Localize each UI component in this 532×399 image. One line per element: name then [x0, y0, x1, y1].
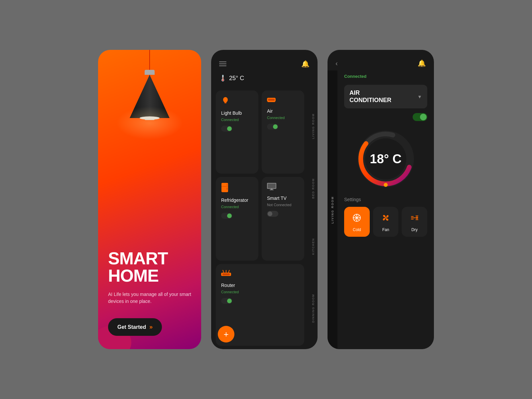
room-kitchen[interactable]: KITCHEN	[312, 238, 315, 255]
mode-buttons: Cold Fan	[344, 207, 427, 237]
smart-tv-status: Not Connected	[267, 203, 299, 207]
smart-tv-icon	[267, 183, 299, 192]
air-conditioner-icon	[267, 96, 299, 105]
svg-point-28	[356, 214, 357, 215]
notification-bell-icon-2[interactable]: 🔔	[418, 59, 426, 67]
dry-label: Dry	[411, 227, 418, 232]
svg-rect-18	[222, 273, 230, 275]
svg-rect-7	[268, 99, 275, 101]
svg-rect-12	[227, 188, 227, 190]
room-bed[interactable]: BED ROOM	[312, 178, 315, 199]
device-selector[interactable]: AIR CONDITIONER ▼	[344, 85, 427, 108]
smart-tv-name: Smart TV	[267, 196, 299, 201]
settings-label: Settings	[344, 197, 427, 202]
svg-rect-5	[224, 103, 226, 103]
svg-rect-8	[268, 101, 275, 102]
get-started-button[interactable]: Get Started »	[108, 318, 162, 336]
svg-rect-11	[227, 184, 227, 186]
light-bulb-toggle[interactable]	[221, 126, 253, 132]
temperature-value: 25° C	[229, 75, 244, 82]
temperature-display: 18° C	[370, 152, 401, 166]
notification-bell-icon[interactable]: 🔔	[301, 60, 310, 68]
cold-label: Cold	[353, 227, 361, 232]
router-name: Router	[221, 283, 299, 288]
power-toggle[interactable]	[413, 113, 427, 121]
temperature-display: 🌡️ 25° C	[211, 74, 318, 87]
svg-point-29	[356, 220, 357, 221]
dry-icon	[410, 213, 419, 224]
air-name: Air	[267, 108, 299, 114]
dry-mode-button[interactable]: Dry	[402, 207, 427, 237]
room-living[interactable]: LIVING ROOM	[312, 113, 315, 139]
phone3-header: ‹ 🔔	[328, 50, 434, 70]
temperature-gauge: 18° C	[352, 126, 419, 192]
phone3-body: LIVING ROOM Connected AIR CONDITIONER ▼	[328, 70, 434, 349]
refrigerator-toggle[interactable]	[221, 213, 253, 219]
svg-line-19	[223, 270, 224, 273]
device-card-refrigerator[interactable]: Refridgerator Connected	[216, 177, 258, 261]
router-status: Connected	[221, 290, 299, 294]
svg-point-31	[359, 217, 360, 218]
smart-tv-toggle[interactable]	[267, 211, 299, 217]
power-toggle-row	[344, 113, 427, 121]
router-toggle[interactable]	[221, 298, 299, 304]
svg-line-21	[228, 270, 229, 273]
refrigerator-name: Refridgerator	[221, 198, 253, 203]
air-toggle[interactable]	[267, 124, 299, 130]
ac-content: Connected AIR CONDITIONER ▼	[337, 70, 434, 349]
lamp-glow	[116, 106, 183, 140]
router-icon	[221, 270, 299, 279]
lamp-cap	[145, 70, 155, 75]
power-toggle-knob	[420, 114, 427, 120]
device-card-light-bulb[interactable]: Light Bulb Connected	[216, 90, 258, 174]
phone2-device-list: 🔔 🌡️ 25° C Light Bulb Connected	[211, 50, 318, 349]
phone3-ac-control: ‹ 🔔 LIVING ROOM Connected AIR CONDITIONE…	[328, 50, 434, 349]
phone1-welcome: SMART HOME AI Life lets you manage all o…	[98, 50, 201, 349]
thermometer-icon: 🌡️	[219, 74, 226, 82]
fan-label: Fan	[382, 227, 389, 232]
light-bulb-status: Connected	[221, 118, 253, 122]
light-bulb-name: Light Bulb	[221, 110, 253, 116]
svg-rect-10	[221, 186, 228, 187]
svg-point-32	[385, 217, 386, 218]
refrigerator-status: Connected	[221, 205, 253, 209]
ac-header-row: Connected	[344, 74, 427, 79]
devices-grid: Light Bulb Connected Air Connected	[211, 87, 309, 349]
room-sidebar-3: LIVING ROOM	[328, 70, 337, 349]
phone2-body: Light Bulb Connected Air Connected	[211, 87, 318, 349]
room-dining[interactable]: DINNING ROOM	[312, 294, 315, 323]
device-card-air[interactable]: Air Connected	[262, 90, 304, 174]
phone1-content: SMART HOME AI Life lets you manage all o…	[108, 250, 191, 336]
menu-icon[interactable]	[219, 62, 226, 66]
add-device-button[interactable]: +	[218, 326, 234, 342]
back-button[interactable]: ‹	[335, 60, 338, 67]
fan-icon	[381, 213, 390, 224]
dropdown-arrow-icon: ▼	[417, 94, 422, 99]
cold-mode-button[interactable]: Cold	[344, 207, 370, 237]
refrigerator-icon	[221, 183, 253, 194]
svg-point-30	[353, 217, 354, 218]
phone2-header: 🔔	[211, 50, 318, 74]
page-subtitle: AI Life lets you manage all of your smar…	[108, 291, 191, 305]
svg-point-3	[223, 97, 228, 102]
ac-temperature: 18° C	[370, 152, 401, 166]
cold-icon	[352, 213, 361, 224]
arrows-icon: »	[149, 324, 153, 331]
device-card-smart-tv[interactable]: Smart TV Not Connected	[262, 177, 304, 261]
svg-rect-16	[270, 190, 274, 190]
svg-point-25	[384, 183, 388, 187]
room-sidebar: LIVING ROOM BED ROOM KITCHEN DINNING ROO…	[309, 87, 318, 349]
device-name: AIR CONDITIONER	[349, 89, 391, 104]
room-label-living: LIVING ROOM	[331, 196, 334, 224]
svg-rect-14	[268, 184, 276, 188]
fan-mode-button[interactable]: Fan	[373, 207, 399, 237]
page-title: SMART HOME	[108, 250, 191, 284]
connected-status: Connected	[344, 74, 366, 79]
air-status: Connected	[267, 116, 299, 120]
light-bulb-icon	[221, 96, 253, 107]
